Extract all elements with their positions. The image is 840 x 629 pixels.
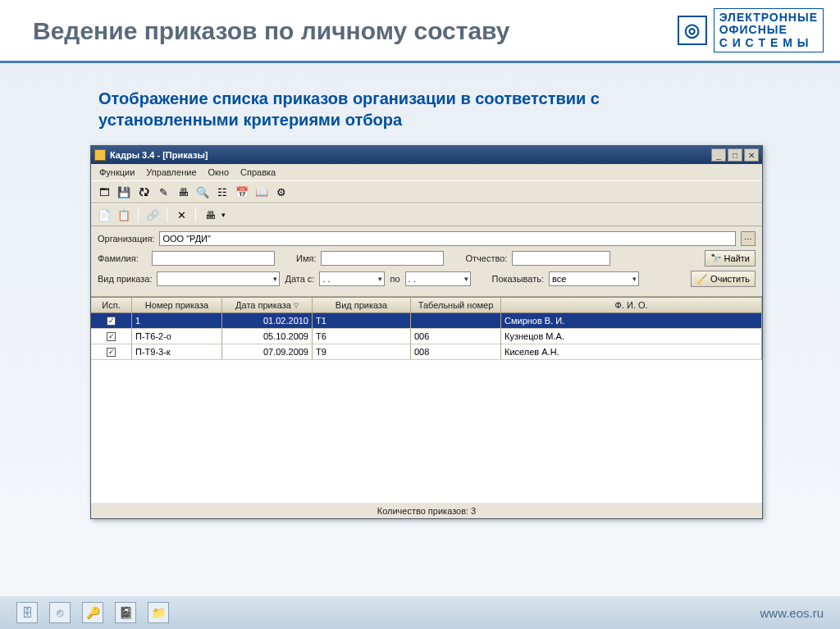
window-title: Кадры 3.4 - [Приказы] (110, 150, 710, 160)
separator (167, 207, 167, 222)
separator (195, 207, 196, 222)
label-ordertype: Вид приказа: (98, 274, 152, 284)
slide-title: Ведение приказов по личному составу (33, 17, 510, 44)
tool-print2-icon[interactable]: 🖶 (202, 207, 218, 223)
tool-copy-icon[interactable]: 📋 (116, 207, 132, 223)
label-middlename: Отчество: (465, 253, 507, 263)
label-show: Показывать: (492, 274, 544, 284)
toolbar-secondary: 📄 📋 🔗 ✕ 🖶 ▾ (91, 203, 762, 226)
footer-url: www.eos.ru (760, 606, 824, 620)
binoculars-icon: 🔭 (710, 253, 722, 264)
table-row[interactable]: ✓ П-Т6-2-о 05.10.2009 Т6 006 Кузнецов М.… (91, 329, 762, 344)
app-window: Кадры 3.4 - [Приказы] _ □ ✕ Функции Упра… (90, 145, 763, 519)
cell-date: 05.10.2009 (222, 329, 313, 344)
tool-settings-icon[interactable]: ⚙ (273, 184, 290, 200)
datefrom-dropdown[interactable]: . . (319, 271, 385, 286)
close-button[interactable]: ✕ (744, 148, 759, 162)
dropdown-arrow-icon[interactable]: ▾ (221, 211, 226, 219)
cell-date: 01.02.2010 (222, 313, 313, 328)
menubar: Функции Управление Окно Справка (91, 164, 762, 180)
clear-button[interactable]: 🧹 Очистить (691, 271, 756, 287)
col-fio[interactable]: Ф. И. О. (501, 298, 762, 312)
cell-type: Т6 (313, 329, 411, 344)
cell-number: П-Т9-3-к (132, 344, 222, 359)
cell-number: 1 (132, 313, 222, 328)
col-type[interactable]: Вид приказа (313, 298, 411, 312)
row-checkbox[interactable]: ✓ (107, 332, 116, 341)
tool-calendar-icon[interactable]: 📅 (234, 184, 250, 200)
maximize-button[interactable]: □ (728, 148, 742, 162)
filter-panel: Организация: ⋯ Фамилия: Имя: Отчество: 🔭… (91, 226, 762, 297)
brand-line2: ОФИСНЫЕ (719, 24, 818, 36)
cell-fio: Смирнов В. И. (501, 313, 762, 328)
lastname-input[interactable] (152, 251, 275, 266)
table-row[interactable]: ✓ 1 01.02.2010 Т1 Смирнов В. И. (91, 313, 762, 329)
row-checkbox[interactable]: ✓ (107, 317, 116, 326)
clear-button-label: Очистить (710, 274, 750, 284)
organization-lookup-button[interactable]: ⋯ (741, 231, 756, 246)
minimize-button[interactable]: _ (711, 148, 726, 162)
label-firstname: Имя: (296, 253, 316, 263)
menu-window[interactable]: Окно (203, 166, 235, 179)
row-checkbox[interactable]: ✓ (107, 348, 116, 357)
label-organization: Организация: (98, 234, 154, 244)
organization-input[interactable] (159, 231, 736, 246)
label-dateto: по (390, 274, 399, 284)
footer-folder-icon: 📁 (148, 602, 169, 623)
cell-date: 07.09.2009 (222, 344, 313, 359)
col-date[interactable]: Дата приказа▽ (222, 298, 313, 312)
menu-management[interactable]: Управление (141, 166, 201, 179)
cell-fio: Кузнецов М.А. (501, 329, 762, 344)
footer-notebook-icon: 📓 (115, 602, 136, 623)
label-datefrom: Дата с: (285, 274, 314, 284)
datefrom-value: . . (322, 274, 330, 284)
col-tabnum[interactable]: Табельный номер (411, 298, 501, 312)
brand-text: ЭЛЕКТРОННЫЕ ОФИСНЫЕ С И С Т Е М Ы (714, 8, 824, 52)
brand-line1: ЭЛЕКТРОННЫЕ (719, 11, 818, 24)
dateto-dropdown[interactable]: . . (405, 271, 471, 286)
sort-desc-icon: ▽ (294, 302, 299, 309)
cell-type: Т9 (313, 344, 411, 359)
table-row[interactable]: ✓ П-Т9-3-к 07.09.2009 Т9 008 Киселев А.Н… (91, 344, 762, 360)
middlename-input[interactable] (512, 251, 610, 266)
cell-tab: 008 (411, 344, 501, 359)
tool-save-icon[interactable]: 💾 (116, 184, 132, 200)
footer-key-icon: 🔑 (82, 602, 103, 623)
brand-block: ◎ ЭЛЕКТРОННЫЕ ОФИСНЫЕ С И С Т Е М Ы (678, 8, 824, 52)
find-button[interactable]: 🔭 Найти (705, 250, 756, 267)
app-icon (94, 149, 106, 161)
label-lastname: Фамилия: (98, 253, 147, 263)
ordertype-dropdown[interactable] (157, 271, 280, 286)
menu-functions[interactable]: Функции (94, 166, 139, 179)
tool-book-icon[interactable]: 📖 (253, 184, 270, 200)
show-value: все (552, 274, 566, 284)
tool-search-icon[interactable]: 🔍 (194, 184, 211, 200)
cell-tab (411, 313, 501, 328)
brand-logo-icon: ◎ (678, 16, 707, 45)
tool-link-icon[interactable]: 🔗 (144, 207, 161, 223)
brand-line3: С И С Т Е М Ы (719, 37, 818, 49)
status-text: Количество приказов: 3 (377, 506, 477, 516)
tool-print-icon[interactable]: 🖶 (175, 184, 191, 200)
col-number[interactable]: Номер приказа (132, 298, 222, 312)
titlebar[interactable]: Кадры 3.4 - [Приказы] _ □ ✕ (91, 146, 762, 164)
cell-number: П-Т6-2-о (132, 329, 222, 344)
tool-card-icon[interactable]: 🗔 (96, 184, 112, 200)
tool-edit-icon[interactable]: ✎ (155, 184, 171, 200)
grid-header-row: Исп. Номер приказа Дата приказа▽ Вид при… (91, 298, 762, 313)
slide-footer: 🗄 ⎋ 🔑 📓 📁 www.eos.ru (0, 596, 840, 629)
toolbar-main: 🗔 💾 🗘 ✎ 🖶 🔍 ☷ 📅 📖 ⚙ (91, 180, 762, 203)
separator (138, 207, 139, 222)
tool-new-icon[interactable]: 📄 (96, 207, 112, 223)
slide-subtitle: Отображение списка приказов организации … (98, 88, 742, 130)
slide-header: Ведение приказов по личному составу ◎ ЭЛ… (0, 0, 840, 63)
tool-delete-icon[interactable]: ✕ (173, 207, 189, 223)
tool-list-icon[interactable]: ☷ (214, 184, 231, 200)
tool-refresh-icon[interactable]: 🗘 (135, 184, 152, 200)
menu-help[interactable]: Справка (235, 166, 281, 179)
col-executed[interactable]: Исп. (91, 298, 132, 312)
show-dropdown[interactable]: все (549, 271, 639, 286)
footer-cabinet-icon: 🗄 (16, 602, 38, 623)
cell-type: Т1 (313, 313, 411, 328)
firstname-input[interactable] (321, 251, 444, 266)
